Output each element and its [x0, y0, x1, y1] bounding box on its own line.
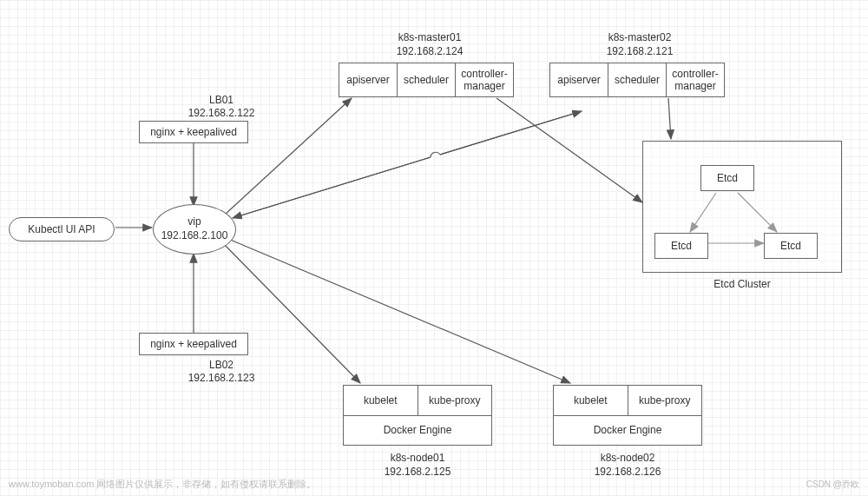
- etcd-left: Etcd: [654, 233, 708, 259]
- etcd-left-label: Etcd: [671, 240, 692, 252]
- node01-kube-proxy: kube-proxy: [418, 386, 492, 415]
- node02-kube-proxy: kube-proxy: [628, 386, 702, 415]
- node01-table: kubelet kube-proxy Docker Engine: [343, 385, 492, 446]
- vip-ip: 192.168.2.100: [161, 229, 228, 243]
- master02-controller-manager: controller-manager: [667, 63, 724, 96]
- kubectl-label: Kubectl UI API: [28, 223, 95, 235]
- master02-scheduler: scheduler: [608, 63, 667, 96]
- etcd-right: Etcd: [764, 233, 818, 259]
- master01-controller-manager: controller-manager: [456, 63, 513, 96]
- kubectl-node: Kubectl UI API: [9, 217, 115, 241]
- lb01-ip: 192.168.2.122: [169, 107, 273, 119]
- master01-ip: 192.168.2.124: [343, 45, 516, 57]
- node02-ip: 192.168.2.126: [553, 466, 702, 478]
- lb01-box: nginx + keepalived: [139, 121, 248, 143]
- node02-engine: Docker Engine: [554, 415, 701, 445]
- etcd-top-label: Etcd: [717, 172, 738, 184]
- node01-kubelet: kubelet: [344, 386, 418, 415]
- node02-kubelet: kubelet: [554, 386, 628, 415]
- lb02-title: LB02: [169, 359, 273, 371]
- master02-apiserver: apiserver: [550, 63, 608, 96]
- etcd-top: Etcd: [700, 165, 754, 191]
- footer-disclaimer: www.toymoban.com 网络图片仅供展示，非存储，如有侵权请联系删除。: [9, 478, 316, 491]
- etcd-cluster-label: Etcd Cluster: [642, 278, 842, 290]
- master01-scheduler: scheduler: [398, 63, 456, 96]
- lb02-box: nginx + keepalived: [139, 333, 248, 355]
- lb02-box-label: nginx + keepalived: [150, 338, 237, 350]
- master02-title: k8s-master02: [553, 31, 727, 43]
- master02-table: apiserver scheduler controller-manager: [549, 63, 725, 97]
- lb01-title: LB01: [169, 94, 273, 106]
- lb01-box-label: nginx + keepalived: [150, 126, 237, 138]
- vip-title: vip: [187, 215, 201, 229]
- master01-table: apiserver scheduler controller-manager: [339, 63, 514, 97]
- node02-table: kubelet kube-proxy Docker Engine: [553, 385, 702, 446]
- vip-node: vip 192.168.2.100: [153, 204, 236, 255]
- node01-engine: Docker Engine: [344, 415, 491, 445]
- master01-apiserver: apiserver: [339, 63, 398, 96]
- node01-ip: 192.168.2.125: [343, 466, 492, 478]
- master01-title: k8s-master01: [343, 31, 516, 43]
- master02-ip: 192.168.2.121: [553, 45, 727, 57]
- etcd-right-label: Etcd: [780, 240, 801, 252]
- lb02-ip: 192.168.2.123: [169, 372, 273, 384]
- credit-label: CSDN @乔欧: [806, 479, 859, 491]
- node02-title: k8s-node02: [553, 452, 702, 464]
- node01-title: k8s-node01: [343, 452, 492, 464]
